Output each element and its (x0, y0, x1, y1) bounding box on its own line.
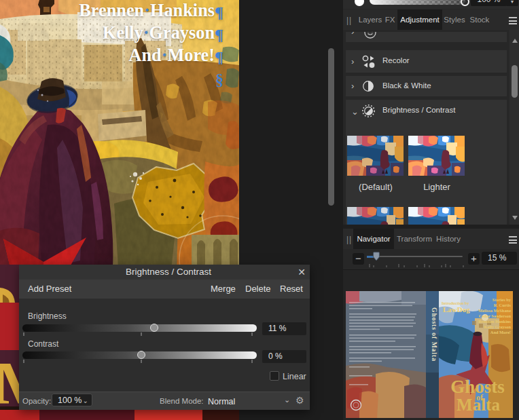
svg-text:Stories by: Stories by (493, 297, 512, 302)
svg-text:LawDog: LawDog (443, 305, 470, 313)
svg-text:Ghosts of Malta: Ghosts of Malta (431, 307, 437, 362)
svg-text:Malta: Malta (457, 396, 500, 414)
svg-text:Cedar Sanderson: Cedar Sanderson (479, 313, 512, 318)
svg-text:And More!: And More! (490, 330, 511, 335)
svg-text:R. Curtis: R. Curtis (494, 303, 512, 307)
svg-text:Melissa McShane: Melissa McShane (478, 308, 511, 313)
svg-text:Brennen Hankins: Brennen Hankins (478, 319, 512, 324)
svg-text:Kelly Grayson: Kelly Grayson (484, 324, 511, 329)
